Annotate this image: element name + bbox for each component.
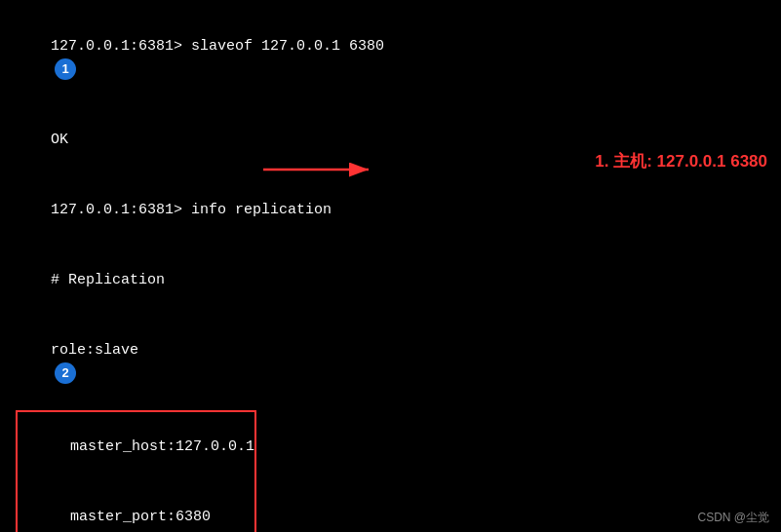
annotation-area: 1. 主机: 127.0.0.1 6380 [595,150,767,172]
badge-2: 2 [55,362,76,384]
badge-1: 1 [55,58,76,80]
ok-text: OK [51,132,68,148]
section-text: # Replication [51,272,165,288]
master-info-box: master_host:127.0.0.1 master_port:6380 [16,410,256,532]
master-port-text: master_port:6380 [70,509,211,525]
arrow-graphic [263,158,380,181]
terminal: 127.0.0.1:6381> slaveof 127.0.0.1 6380 1… [0,0,781,532]
watermark: CSDN @尘觉 [697,510,769,526]
line-master-port: master_port:6380 [18,482,254,532]
annotation-text: 1. 主机: 127.0.0.1 6380 [595,152,767,171]
line-section: # Replication [16,246,765,316]
line-cmd2: 127.0.0.1:6381> info replication [16,175,765,246]
master-host-text: master_host:127.0.0.1 [70,438,254,455]
watermark-text: CSDN @尘觉 [697,511,769,524]
line-role: role:slave 2 [16,316,765,409]
role-text: role:slave [51,342,138,359]
line-cmd1: 127.0.0.1:6381> slaveof 127.0.0.1 6380 1 [16,12,765,105]
line-master-host: master_host:127.0.0.1 [18,412,254,482]
cmd1-text: 127.0.0.1:6381> slaveof 127.0.0.1 6380 [51,38,384,55]
cmd2-text: 127.0.0.1:6381> info replication [51,202,332,218]
